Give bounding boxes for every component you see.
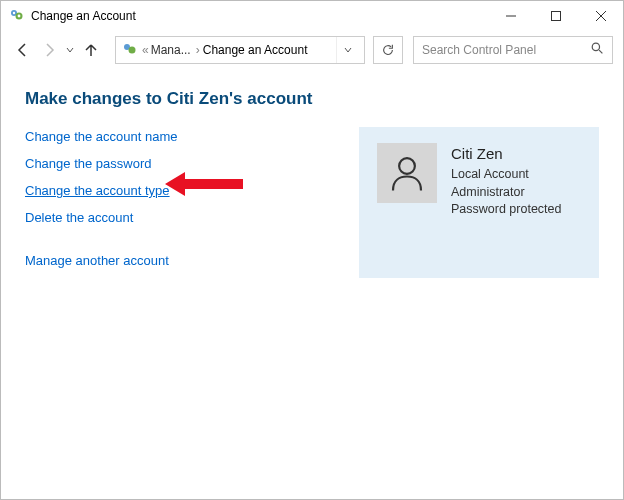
toolbar: « Mana... › Change an Account (1, 31, 623, 69)
avatar (377, 143, 437, 203)
svg-point-9 (129, 47, 136, 54)
maximize-button[interactable] (533, 1, 578, 31)
account-name: Citi Zen (451, 143, 561, 164)
svg-rect-5 (551, 12, 560, 21)
address-dropdown[interactable] (336, 37, 358, 63)
search-box[interactable] (413, 36, 613, 64)
link-manage-another[interactable]: Manage another account (25, 253, 169, 268)
titlebar: Change an Account (1, 1, 623, 31)
forward-button[interactable] (37, 38, 61, 62)
svg-point-3 (18, 15, 21, 18)
breadcrumb-ellipsis[interactable]: « (142, 43, 149, 57)
up-button[interactable] (79, 38, 103, 62)
svg-line-11 (599, 50, 602, 53)
user-icon (386, 152, 428, 194)
location-icon (122, 42, 138, 58)
link-change-type[interactable]: Change the account type (25, 183, 170, 198)
link-delete-account[interactable]: Delete the account (25, 210, 133, 225)
svg-point-12 (399, 158, 415, 174)
search-icon[interactable] (591, 41, 604, 59)
account-info: Citi Zen Local Account Administrator Pas… (451, 143, 561, 219)
account-card: Citi Zen Local Account Administrator Pas… (359, 127, 599, 278)
back-button[interactable] (11, 38, 35, 62)
account-protection: Password protected (451, 201, 561, 219)
content-area: Make changes to Citi Zen's account Chang… (1, 69, 623, 298)
window-title: Change an Account (31, 9, 488, 23)
svg-point-10 (592, 43, 599, 50)
address-bar[interactable]: « Mana... › Change an Account (115, 36, 365, 64)
account-type: Local Account (451, 166, 561, 184)
actions-list: Change the account name Change the passw… (25, 127, 319, 278)
refresh-button[interactable] (373, 36, 403, 64)
breadcrumb-parent[interactable]: Mana... (151, 43, 191, 57)
app-icon (9, 8, 25, 24)
breadcrumb-current[interactable]: Change an Account (203, 43, 308, 57)
chevron-icon: › (196, 43, 200, 57)
search-input[interactable] (422, 43, 591, 57)
close-button[interactable] (578, 1, 623, 31)
link-change-password[interactable]: Change the password (25, 156, 151, 171)
recent-dropdown[interactable] (63, 38, 77, 62)
page-title: Make changes to Citi Zen's account (25, 89, 599, 109)
account-role: Administrator (451, 184, 561, 202)
minimize-button[interactable] (488, 1, 533, 31)
link-change-name[interactable]: Change the account name (25, 129, 178, 144)
svg-point-2 (13, 12, 15, 14)
